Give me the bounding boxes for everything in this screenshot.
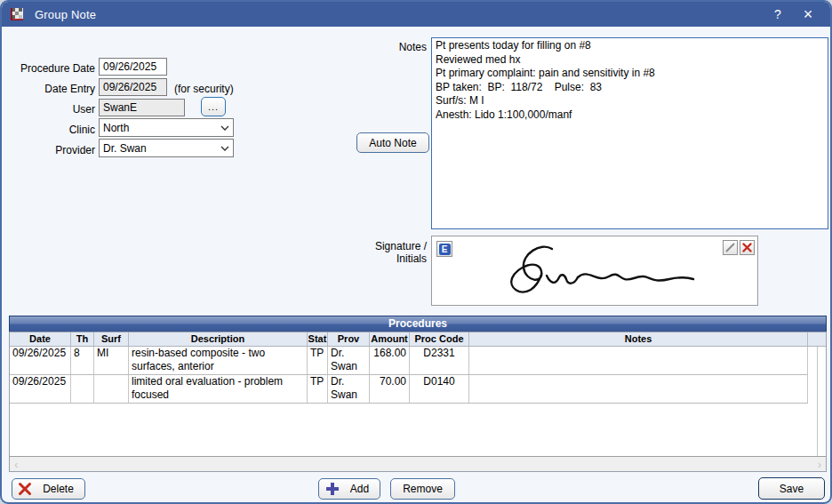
remove-button[interactable]: Remove bbox=[390, 478, 455, 500]
table-row[interactable]: 09/26/2025 limited oral evaluation - pro… bbox=[10, 375, 826, 404]
date-entry-label: Date Entry bbox=[2, 83, 95, 95]
cell-amount: 168.00 bbox=[370, 347, 410, 375]
e-signature-icon: E bbox=[439, 244, 451, 255]
cell-stat: TP bbox=[308, 347, 328, 375]
table-row[interactable]: 09/26/2025 8 MI resin-based composite - … bbox=[10, 347, 826, 375]
cell-description: resin-based composite - two surfaces, an… bbox=[129, 347, 308, 375]
procedures-panel: Procedures Date Th Surf Description Stat… bbox=[9, 316, 827, 472]
column-header-date: Date bbox=[10, 332, 71, 346]
grid-icon bbox=[11, 8, 24, 20]
cell-proc-code: D2331 bbox=[410, 347, 469, 375]
edit-signature-button[interactable] bbox=[723, 240, 738, 255]
clinic-select[interactable]: North bbox=[99, 118, 234, 137]
notes-label: Notes bbox=[357, 41, 427, 53]
cell-proc-code: D0140 bbox=[410, 375, 469, 404]
cell-th bbox=[71, 375, 94, 404]
cell-notes bbox=[469, 375, 808, 404]
horizontal-scrollbar[interactable]: ‹ › bbox=[10, 456, 826, 471]
column-header-surf: Surf bbox=[94, 332, 129, 346]
provider-value: Dr. Swan bbox=[103, 142, 220, 155]
signature-label-line2: Initials bbox=[340, 252, 427, 265]
save-button[interactable]: Save bbox=[758, 477, 825, 500]
column-header-th: Th bbox=[71, 332, 94, 346]
column-header-spacer bbox=[808, 332, 826, 346]
delete-x-icon bbox=[18, 482, 32, 496]
user-input[interactable]: SwanE bbox=[99, 99, 185, 116]
browse-users-button[interactable]: ... bbox=[201, 97, 226, 116]
vertical-scrollbar-track[interactable] bbox=[817, 347, 826, 456]
column-header-notes: Notes bbox=[469, 332, 808, 346]
plus-icon bbox=[325, 482, 340, 496]
help-button[interactable]: ? bbox=[763, 2, 793, 27]
close-button[interactable]: × bbox=[793, 2, 823, 27]
notes-textarea[interactable]: Pt presents today for filling on #8 Revi… bbox=[431, 37, 828, 229]
cell-prov: Dr. Swan bbox=[328, 347, 370, 375]
cell-amount: 70.00 bbox=[370, 375, 410, 404]
column-header-prov: Prov bbox=[328, 332, 370, 346]
date-entry-input[interactable]: 09/26/2025 bbox=[99, 78, 167, 96]
procedure-date-label: Procedure Date bbox=[2, 62, 95, 75]
window-title: Group Note bbox=[35, 8, 96, 21]
cell-notes bbox=[469, 347, 808, 375]
add-button[interactable]: Add bbox=[318, 478, 380, 500]
clear-signature-button[interactable] bbox=[740, 240, 755, 255]
provider-label: Provider bbox=[2, 144, 95, 156]
security-hint: (for security) bbox=[174, 83, 272, 95]
procedures-header: Date Th Surf Description Stat Prov Amoun… bbox=[10, 332, 826, 347]
x-icon bbox=[742, 243, 752, 252]
signature-box[interactable]: E bbox=[431, 236, 758, 306]
cell-th: 8 bbox=[71, 347, 94, 375]
cell-description: limited oral evaluation - problem focuse… bbox=[129, 375, 308, 404]
procedures-title: Procedures bbox=[9, 316, 827, 332]
add-button-label: Add bbox=[340, 483, 380, 495]
e-signature-button[interactable]: E bbox=[436, 241, 452, 257]
chevron-down-icon bbox=[220, 146, 229, 151]
cell-prov: Dr. Swan bbox=[328, 375, 370, 404]
column-header-stat: Stat bbox=[308, 332, 328, 346]
titlebar: Group Note ? × bbox=[2, 2, 830, 27]
cell-date: 09/26/2025 bbox=[10, 347, 71, 375]
procedures-body: 09/26/2025 8 MI resin-based composite - … bbox=[10, 347, 826, 456]
cell-surf: MI bbox=[94, 347, 129, 375]
clinic-label: Clinic bbox=[2, 124, 95, 136]
cell-date: 09/26/2025 bbox=[10, 375, 71, 404]
column-header-description: Description bbox=[129, 332, 308, 346]
signature-image bbox=[432, 236, 757, 305]
signature-label-line1: Signature / bbox=[340, 240, 427, 252]
group-note-window: Group Note ? × Procedure Date 09/26/2025… bbox=[0, 0, 832, 504]
auto-note-button[interactable]: Auto Note bbox=[356, 132, 429, 153]
delete-button[interactable]: Delete bbox=[12, 478, 85, 500]
user-label: User bbox=[2, 103, 95, 116]
procedure-date-input[interactable]: 09/26/2025 bbox=[99, 58, 167, 76]
cell-surf bbox=[94, 375, 129, 404]
cell-stat: TP bbox=[308, 375, 328, 404]
scroll-right-button[interactable]: › bbox=[818, 458, 821, 471]
chevron-down-icon bbox=[220, 125, 229, 131]
clinic-value: North bbox=[103, 122, 220, 134]
scroll-left-button[interactable]: ‹ bbox=[14, 458, 18, 471]
column-header-proc-code: Proc Code bbox=[410, 332, 469, 346]
pencil-icon bbox=[725, 243, 735, 252]
column-header-amount: Amount bbox=[370, 332, 410, 346]
provider-select[interactable]: Dr. Swan bbox=[99, 139, 234, 157]
delete-button-label: Delete bbox=[32, 483, 84, 495]
